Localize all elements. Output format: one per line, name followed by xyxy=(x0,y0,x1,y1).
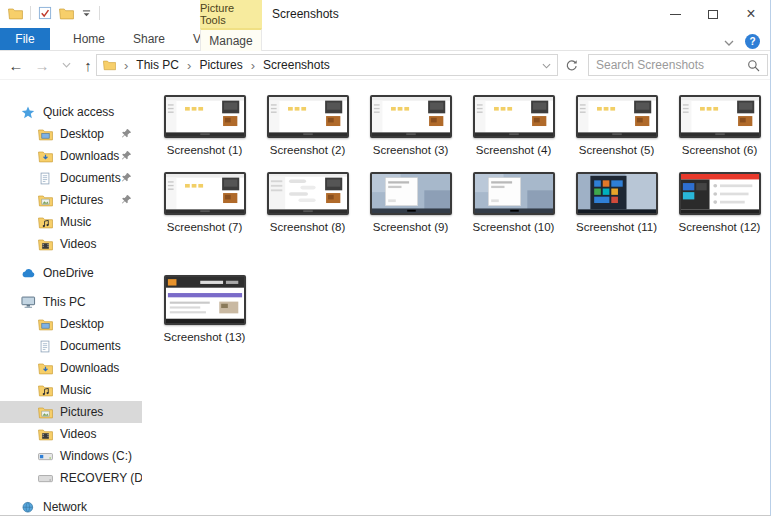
tab-share[interactable]: Share xyxy=(119,28,179,50)
file-item-screenshot-12-[interactable]: Screenshot (12) xyxy=(668,172,770,233)
file-label: Screenshot (2) xyxy=(270,144,345,156)
sidebar-item-videos[interactable]: Videos xyxy=(0,423,142,445)
file-item-screenshot-1-[interactable]: Screenshot (1) xyxy=(153,95,256,156)
sidebar-item-downloads[interactable]: Downloads xyxy=(0,357,142,379)
file-item-screenshot-11-[interactable]: Screenshot (11) xyxy=(565,172,668,233)
pin-icon xyxy=(121,128,133,140)
address-bar[interactable]: ›This PC›Pictures›Screenshots xyxy=(96,54,558,76)
file-list-area[interactable]: Screenshot (1) Screenshot (2) Screenshot… xyxy=(142,80,770,515)
sidebar-item-music[interactable]: Music xyxy=(0,211,142,233)
forward-button[interactable]: → xyxy=(30,52,54,78)
breadcrumb-segment-this-pc[interactable]: This PC xyxy=(134,58,181,72)
sidebar-item-documents[interactable]: Documents xyxy=(0,167,142,189)
refresh-button[interactable] xyxy=(562,56,580,74)
file-label: Screenshot (12) xyxy=(679,221,761,233)
magnifier-icon xyxy=(747,59,760,72)
file-item-screenshot-10-[interactable]: Screenshot (10) xyxy=(462,172,565,233)
breadcrumb-separator: › xyxy=(245,58,261,73)
sidebar-item-desktop[interactable]: Desktop xyxy=(0,123,142,145)
window-controls: × xyxy=(656,0,770,28)
minimize-button[interactable] xyxy=(656,0,694,28)
maximize-button[interactable] xyxy=(694,0,732,28)
file-label: Screenshot (8) xyxy=(270,221,345,233)
sidebar-item-label: Documents xyxy=(60,171,121,185)
sidebar-item-label: Music xyxy=(60,215,91,229)
file-item-screenshot-7-[interactable]: Screenshot (7) xyxy=(153,172,256,233)
pin-icon xyxy=(121,172,133,184)
breadcrumb-segment-screenshots[interactable]: Screenshots xyxy=(261,58,332,72)
collapse-ribbon-icon[interactable] xyxy=(724,32,734,50)
sidebar-item-desktop[interactable]: Desktop xyxy=(0,313,142,335)
properties-check-icon[interactable] xyxy=(38,6,52,20)
sidebar-item-recovery-d-[interactable]: RECOVERY (D:) xyxy=(0,467,142,489)
close-button[interactable]: × xyxy=(732,0,770,28)
sidebar-section-network[interactable]: Network xyxy=(0,496,142,515)
navigation-row: ← → ↑ ›This PC›Pictures›Screenshots xyxy=(0,52,770,78)
folder-desktop-icon xyxy=(38,127,54,142)
sidebar-section-label: Network xyxy=(43,500,87,514)
tab-manage[interactable]: Manage xyxy=(200,28,262,51)
sidebar-section-label: This PC xyxy=(43,295,86,309)
file-grid-row: Screenshot (7) Screenshot (8) Screenshot… xyxy=(142,172,770,233)
file-label: Screenshot (5) xyxy=(579,144,654,156)
file-item-screenshot-4-[interactable]: Screenshot (4) xyxy=(462,95,565,156)
file-item-screenshot-2-[interactable]: Screenshot (2) xyxy=(256,95,359,156)
file-thumbnail xyxy=(679,95,761,138)
sidebar-item-label: Pictures xyxy=(60,193,103,207)
address-dropdown-chevron-icon[interactable] xyxy=(542,58,551,72)
file-label: Screenshot (3) xyxy=(373,144,448,156)
folder-music-icon xyxy=(38,383,54,398)
file-label: Screenshot (6) xyxy=(682,144,757,156)
folder-downloads-icon xyxy=(38,361,54,376)
breadcrumb-separator: › xyxy=(181,58,197,73)
search-input[interactable] xyxy=(596,58,747,72)
sidebar-item-documents[interactable]: Documents xyxy=(0,335,142,357)
sidebar-section-quick-access[interactable]: Quick access xyxy=(0,101,142,123)
drive-windows-icon xyxy=(38,449,54,464)
file-item-screenshot-8-[interactable]: Screenshot (8) xyxy=(256,172,359,233)
file-label: Screenshot (10) xyxy=(473,221,555,233)
sidebar-item-label: Downloads xyxy=(60,149,119,163)
folder-videos-icon xyxy=(38,427,54,442)
quick-access-toolbar xyxy=(8,6,100,20)
recent-locations-chevron-icon[interactable] xyxy=(54,52,78,78)
file-item-screenshot-13-[interactable]: Screenshot (13) xyxy=(153,275,256,343)
file-label: Screenshot (13) xyxy=(164,331,246,343)
file-item-screenshot-6-[interactable]: Screenshot (6) xyxy=(668,95,770,156)
breadcrumb-segment-pictures[interactable]: Pictures xyxy=(197,58,244,72)
file-thumbnail xyxy=(164,172,246,215)
sidebar-item-label: RECOVERY (D:) xyxy=(60,471,142,485)
file-item-screenshot-9-[interactable]: Screenshot (9) xyxy=(359,172,462,233)
folder-pictures-icon xyxy=(38,193,54,208)
sidebar-item-music[interactable]: Music xyxy=(0,379,142,401)
file-thumbnail xyxy=(576,95,658,138)
folder-icon xyxy=(103,59,116,71)
sidebar-item-videos[interactable]: Videos xyxy=(0,233,142,255)
customize-arrow-icon[interactable] xyxy=(81,9,92,18)
sidebar-section-onedrive[interactable]: OneDrive xyxy=(0,262,142,284)
tab-file[interactable]: File xyxy=(0,28,50,50)
back-button[interactable]: ← xyxy=(4,52,28,78)
picture-tools-chip[interactable]: Picture Tools xyxy=(200,0,262,28)
sidebar-item-downloads[interactable]: Downloads xyxy=(0,145,142,167)
tab-home[interactable]: Home xyxy=(59,28,119,50)
sidebar-item-pictures[interactable]: Pictures xyxy=(0,189,142,211)
file-item-screenshot-5-[interactable]: Screenshot (5) xyxy=(565,95,668,156)
sidebar-section-this-pc[interactable]: This PC xyxy=(0,291,142,313)
help-icon[interactable]: ? xyxy=(745,34,760,49)
file-label: Screenshot (7) xyxy=(167,221,242,233)
explorer-folder-icon[interactable] xyxy=(8,7,23,20)
new-folder-icon[interactable] xyxy=(59,7,74,20)
sidebar-item-windows-c-[interactable]: Windows (C:) xyxy=(0,445,142,467)
sidebar-item-pictures[interactable]: Pictures xyxy=(0,401,142,423)
file-explorer-window: Picture Tools Screenshots × FileHomeShar… xyxy=(0,0,771,516)
file-item-screenshot-3-[interactable]: Screenshot (3) xyxy=(359,95,462,156)
file-thumbnail xyxy=(473,172,555,215)
file-thumbnail xyxy=(164,95,246,138)
file-label: Screenshot (9) xyxy=(373,221,448,233)
navigation-pane: Quick accessDesktopDownloadsDocumentsPic… xyxy=(0,80,142,515)
ribbon-tab-row: FileHomeShareViewManage xyxy=(0,28,770,51)
file-label: Screenshot (11) xyxy=(576,221,657,233)
sidebar-item-label: Desktop xyxy=(60,127,104,141)
file-grid-row: Screenshot (1) Screenshot (2) Screenshot… xyxy=(142,95,770,156)
